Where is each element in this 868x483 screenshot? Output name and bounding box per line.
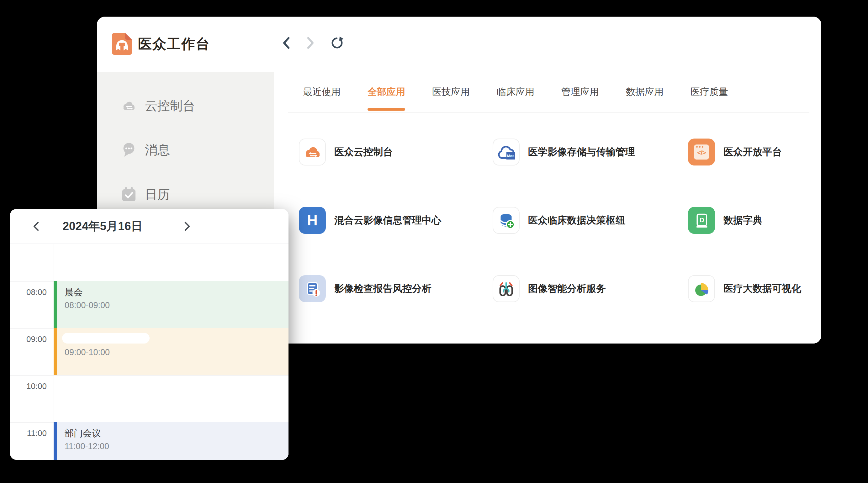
calendar-event-department-meeting[interactable]: 部门会议 11:00-12:00 [54, 422, 288, 460]
event-title: 部门会议 [65, 427, 101, 440]
refresh-icon [330, 36, 344, 50]
app-name: 医众云控制台 [334, 146, 393, 159]
tab-recent[interactable]: 最近使用 [303, 72, 341, 112]
app-name: 数据字典 [723, 214, 762, 227]
chevron-right-icon [305, 37, 316, 49]
chevron-left-icon [32, 221, 40, 231]
tab-all-apps[interactable]: 全部应用 [368, 72, 405, 112]
tabbar-divider [288, 112, 809, 112]
sidebar-item-label: 云控制台 [145, 97, 195, 115]
app-name: 影像检查报告风控分析 [334, 282, 432, 295]
time-label: 11:00 [10, 428, 47, 438]
calendar-event-redacted[interactable]: 09:00-10:00 [54, 328, 288, 375]
svg-text:D: D [700, 216, 704, 223]
app-name: 医众开放平台 [723, 146, 782, 159]
sidebar-item-messages[interactable]: 消息 [97, 140, 274, 160]
calendar-day-view: 08:00 09:00 10:00 11:00 12:00 晨会 08:00-0… [10, 244, 288, 460]
window-header: 医众工作台 [97, 17, 821, 72]
event-title-redacted-pill [62, 333, 150, 344]
event-time-range: 08:00-09:00 [65, 300, 110, 310]
tab-data[interactable]: 数据应用 [626, 72, 663, 112]
calendar-prev-day-button[interactable] [28, 219, 44, 234]
sidebar-item-cloud-console[interactable]: 云控制台 [97, 96, 274, 116]
lungs-ai-icon [493, 275, 520, 302]
sidebar-item-label: 消息 [145, 141, 170, 159]
time-label: 08:00 [10, 287, 47, 297]
category-tabs: 最近使用 全部应用 医技应用 临床应用 管理应用 数据应用 医疗质量 [303, 72, 728, 112]
app-clinical-data-hub[interactable]: 医众临床数据决策枢纽 [493, 207, 681, 234]
calendar-next-day-button[interactable] [179, 219, 195, 234]
app-report-risk-analysis[interactable]: 影像检查报告风控分析 [299, 275, 487, 302]
event-time-range: 09:00-10:00 [65, 348, 110, 357]
hybrid-cloud-icon: H [299, 207, 326, 234]
event-color-bar [54, 422, 57, 460]
mos-cloud-icon: Mos [493, 138, 520, 165]
clinical-database-icon [493, 207, 520, 234]
sidebar-item-calendar[interactable]: 日历 [97, 184, 274, 204]
app-image-ai-analysis[interactable]: 图像智能分析服务 [493, 275, 681, 302]
time-label: 09:00 [10, 334, 47, 344]
app-hybrid-cloud-imaging[interactable]: H 混合云影像信息管理中心 [299, 207, 487, 234]
calendar-header: 2024年5月16日 [10, 209, 288, 244]
window-title: 医众工作台 [138, 32, 210, 56]
app-name: 图像智能分析服务 [528, 282, 606, 295]
app-open-platform[interactable]: </> 医众开放平台 [688, 138, 821, 165]
open-platform-icon: </> [688, 138, 715, 165]
forward-button[interactable] [303, 35, 318, 51]
pie-chart-icon [688, 275, 715, 302]
calendar-panel: 2024年5月16日 08:00 09:00 10:00 11:00 [10, 209, 288, 460]
cloud-console-icon [299, 138, 326, 165]
app-name: 医疗大数据可视化 [723, 282, 801, 295]
cloud-settings-icon [121, 98, 137, 114]
event-color-bar [54, 281, 57, 328]
tab-management[interactable]: 管理应用 [561, 72, 599, 112]
tab-clinical[interactable]: 临床应用 [497, 72, 534, 112]
app-name: 混合云影像信息管理中心 [334, 214, 441, 227]
chevron-right-icon [183, 221, 191, 231]
report-risk-icon [299, 275, 326, 302]
desktop-background: 医众工作台 [0, 0, 868, 483]
chevron-left-icon [281, 37, 291, 49]
app-name: 医众临床数据决策枢纽 [528, 214, 625, 227]
data-dictionary-icon: D [688, 207, 715, 234]
time-label: 10:00 [10, 381, 47, 391]
svg-text:Mos: Mos [507, 154, 514, 158]
app-name: 医学影像存储与传输管理 [528, 146, 635, 159]
back-button[interactable] [279, 35, 294, 51]
app-medical-imaging-pacs[interactable]: Mos 医学影像存储与传输管理 [493, 138, 681, 165]
tab-medtech[interactable]: 医技应用 [432, 72, 470, 112]
refresh-button[interactable] [330, 35, 345, 51]
active-tab-underline [368, 108, 405, 110]
half-hour-gridline [54, 399, 288, 399]
app-launcher-panel: 最近使用 全部应用 医技应用 临床应用 管理应用 数据应用 医疗质量 [274, 72, 821, 344]
hour-gridline [10, 375, 288, 376]
app-cloud-console[interactable]: 医众云控制台 [299, 138, 487, 165]
app-big-data-visualization[interactable]: 医疗大数据可视化 [688, 275, 821, 302]
app-logo-icon [112, 33, 132, 55]
chat-bubble-icon [121, 142, 137, 158]
event-color-bar [54, 328, 57, 375]
calendar-event-morning-meeting[interactable]: 晨会 08:00-09:00 [54, 281, 288, 328]
event-time-range: 11:00-12:00 [65, 442, 109, 451]
tab-quality[interactable]: 医疗质量 [690, 72, 728, 112]
calendar-date-title: 2024年5月16日 [51, 209, 154, 244]
event-title: 晨会 [65, 286, 83, 299]
sidebar-item-label: 日历 [145, 186, 170, 203]
app-data-dictionary[interactable]: D 数据字典 [688, 207, 821, 234]
calendar-check-icon [121, 187, 137, 202]
